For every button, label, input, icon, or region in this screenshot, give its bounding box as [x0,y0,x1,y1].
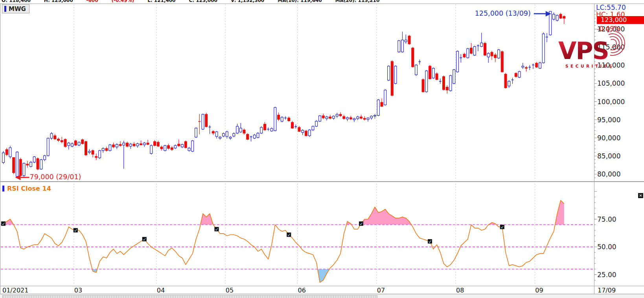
symbol-label: MWG [9,6,26,13]
date-axis-label: 04 [157,287,165,294]
series-color-icon [4,6,6,12]
rsi-axis-label: 25.00 [597,271,616,279]
date-axis-label: 01/2021 [2,287,28,294]
event-marker-icon[interactable] [142,237,147,241]
rsi-title-label: RSI Close 14 [7,185,51,192]
high-price-annotation: 125,000 (13/09) [448,9,531,17]
rsi-close-icon[interactable]: ✕ [638,193,643,198]
price-axis-label: 110,000 [597,61,625,69]
price-axis-label: 115,000 [597,43,625,51]
price-axis-label: 105,000 [597,79,625,87]
event-marker-icon[interactable] [287,232,291,237]
price-axis-label: 95,000 [597,116,620,124]
date-axis-label: 08 [456,287,464,294]
price-axis-label: 90,000 [597,134,620,142]
rsi-axis-label: 75.00 [597,215,616,223]
lc-value-label: LC:55.70 [596,4,626,11]
symbol-chip[interactable]: MWG [2,4,29,13]
price-axis-label: 100,000 [597,98,625,106]
low-price-annotation: 79,000 (29/01) [30,173,81,181]
date-axis-label: 05 [226,287,234,294]
event-marker-icon[interactable] [359,221,363,226]
trading-chart-window: { "header": { "symbol": "MWG", "clipped_… [0,0,644,298]
last-price-badge: 123,000 [597,16,644,24]
rsi-axis-label: 50.00 [597,243,616,251]
event-marker-icon[interactable] [74,228,78,232]
event-marker-icon[interactable] [1,221,6,226]
rsi-indicator-legend[interactable]: RSI Close 14 [2,185,51,192]
chart-canvas[interactable] [0,0,644,298]
panel-separator[interactable] [0,181,644,182]
price-axis-label: 85,000 [597,152,620,160]
event-marker-icon[interactable] [428,239,432,243]
date-axis-label: 06 [298,287,306,294]
event-marker-icon[interactable] [500,225,504,229]
date-axis-label: 07 [377,287,385,294]
rsi-series-color-icon [2,186,4,191]
price-axis-label: 80,000 [597,170,620,178]
change-percent-label: -0.49% [597,25,620,33]
event-marker-icon[interactable] [215,227,219,231]
date-axis-label: 03 [74,287,82,294]
date-axis-label: 09 [535,287,543,294]
